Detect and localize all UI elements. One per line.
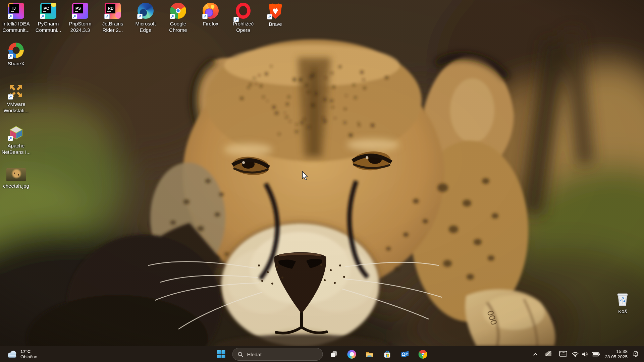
weather-condition: Oblačno xyxy=(20,354,37,360)
task-view-button[interactable] xyxy=(327,348,341,361)
edge-icon: ↗ xyxy=(138,3,154,19)
shortcut-arrow-icon: ↗ xyxy=(104,14,110,19)
shortcut-arrow-icon: ↗ xyxy=(8,136,13,141)
desktop-icon-jetbrains-rider[interactable]: RD ↗ JetBrainsRider 2... xyxy=(97,3,129,33)
copilot-icon xyxy=(347,350,356,359)
notification-bell-dnd-icon[interactable]: z z xyxy=(632,350,639,359)
icon-label: ShareX xyxy=(0,60,32,67)
shortcut-arrow-icon: ↗ xyxy=(233,17,239,22)
intellij-idea-icon: IJ ↗ xyxy=(8,3,24,19)
wallpaper-cheetah-photo: 000 xyxy=(0,0,644,346)
shortcut-arrow-icon: ↗ xyxy=(40,14,45,19)
file-explorer-button[interactable] xyxy=(363,348,376,361)
icon-label: Koš xyxy=(606,308,639,314)
cloudy-weather-icon xyxy=(7,350,17,358)
taskbar-search-box[interactable] xyxy=(232,348,323,361)
svg-text:z: z xyxy=(636,352,637,354)
windows-start-icon xyxy=(217,350,226,359)
opera-icon: ↗ xyxy=(236,3,251,19)
desktop-icon-cheetah-jpg[interactable]: cheetah.jpg xyxy=(0,167,32,189)
desktop-icon-microsoft-edge[interactable]: ↗ MicrosoftEdge xyxy=(129,3,162,33)
start-button[interactable] xyxy=(215,348,228,361)
volume-icon xyxy=(582,352,588,357)
desktop-icon-recycle-bin[interactable]: Koš xyxy=(606,290,639,314)
shortcut-arrow-icon: ↗ xyxy=(267,14,272,19)
desktop-icon-phpstorm[interactable]: PS ↗ PhpStorm2024.3.3 xyxy=(64,3,96,33)
icon-label: ApacheNetBeans I... xyxy=(0,142,32,155)
icon-label: ProhlížečOpera xyxy=(227,20,259,33)
chrome-taskbar-button[interactable] xyxy=(416,348,430,361)
outlook-icon xyxy=(400,350,410,359)
shortcut-arrow-icon: ↗ xyxy=(72,14,77,19)
desktop-icon-pycharm[interactable]: PC ↗ PyCharmCommuni... xyxy=(32,3,64,33)
desktop-icon-brave[interactable]: ↗ Brave xyxy=(259,3,291,27)
desktop-icon-vmware-workstation[interactable]: ↗ VMwareWorkstati... xyxy=(0,83,32,114)
chrome-icon: ↗ xyxy=(170,3,186,19)
cheetah-jpg-thumbnail xyxy=(6,168,26,181)
weather-text: 17°C Oblačno xyxy=(20,349,37,360)
svg-text:z: z xyxy=(635,352,636,355)
shortcut-arrow-icon: ↗ xyxy=(8,94,13,100)
chrome-icon xyxy=(419,350,427,359)
search-input[interactable] xyxy=(247,352,320,357)
icon-label: VMwareWorkstati... xyxy=(0,101,32,114)
desktop-icon-sharex[interactable]: ↗ ShareX xyxy=(0,42,32,67)
shortcut-arrow-icon: ↗ xyxy=(8,14,13,19)
shortcut-arrow-icon: ↗ xyxy=(8,54,13,59)
taskbar-clock[interactable]: 15:38 28.05.2025 xyxy=(605,349,628,360)
clock-time: 15:38 xyxy=(605,349,628,354)
shortcut-arrow-icon: ↗ xyxy=(137,14,143,19)
icon-label: PyCharmCommuni... xyxy=(32,20,64,33)
clock-date: 28.05.2025 xyxy=(605,354,628,360)
icon-label: PhpStorm2024.3.3 xyxy=(64,20,96,33)
quick-settings[interactable] xyxy=(572,352,600,357)
icon-label: Firefox xyxy=(195,20,227,27)
battery-icon xyxy=(592,352,600,357)
task-view-icon xyxy=(330,350,338,358)
icon-label: Brave xyxy=(259,21,291,27)
copilot-button[interactable] xyxy=(345,348,359,361)
touch-keyboard-icon[interactable] xyxy=(559,351,567,358)
desktop-icon-firefox[interactable]: ↗ Firefox xyxy=(195,3,227,27)
rider-icon: RD ↗ xyxy=(105,3,121,19)
icon-label: IntelliJ IDEACommunit... xyxy=(0,20,32,33)
recycle-bin-icon xyxy=(614,290,631,306)
show-hidden-icons-chevron[interactable] xyxy=(533,351,538,357)
file-explorer-icon xyxy=(365,350,374,359)
icon-label: cheetah.jpg xyxy=(0,183,32,189)
taskbar: 17°C Oblačno xyxy=(0,346,644,362)
search-icon xyxy=(238,352,244,357)
desktop: 000 IJ ↗ IntelliJ IDEACommunit... PC ↗ xyxy=(0,0,644,362)
weather-widget[interactable]: 17°C Oblačno xyxy=(4,346,40,362)
onedrive-offline-icon[interactable] xyxy=(544,351,552,358)
shortcut-arrow-icon: ↗ xyxy=(170,14,175,19)
shortcut-arrow-icon: ↗ xyxy=(202,14,208,19)
firefox-icon: ↗ xyxy=(203,3,219,19)
desktop-icon-google-chrome[interactable]: ↗ GoogleChrome xyxy=(162,3,194,33)
wifi-icon xyxy=(572,352,579,357)
microsoft-store-icon xyxy=(383,350,392,359)
microsoft-store-button[interactable] xyxy=(381,348,394,361)
weather-temperature: 17°C xyxy=(20,349,37,354)
desktop-icon-intellij-idea[interactable]: IJ ↗ IntelliJ IDEACommunit... xyxy=(0,3,32,33)
phpstorm-icon: PS ↗ xyxy=(72,3,88,19)
pycharm-icon: PC ↗ xyxy=(40,3,56,19)
icon-label: JetBrainsRider 2... xyxy=(97,20,129,33)
icon-label: GoogleChrome xyxy=(162,20,194,33)
icon-label: MicrosoftEdge xyxy=(129,20,162,33)
desktop-icon-opera[interactable]: ↗ ProhlížečOpera xyxy=(227,3,259,33)
desktop-icon-apache-netbeans[interactable]: ↗ ApacheNetBeans I... xyxy=(0,125,32,155)
outlook-button[interactable] xyxy=(398,348,412,361)
